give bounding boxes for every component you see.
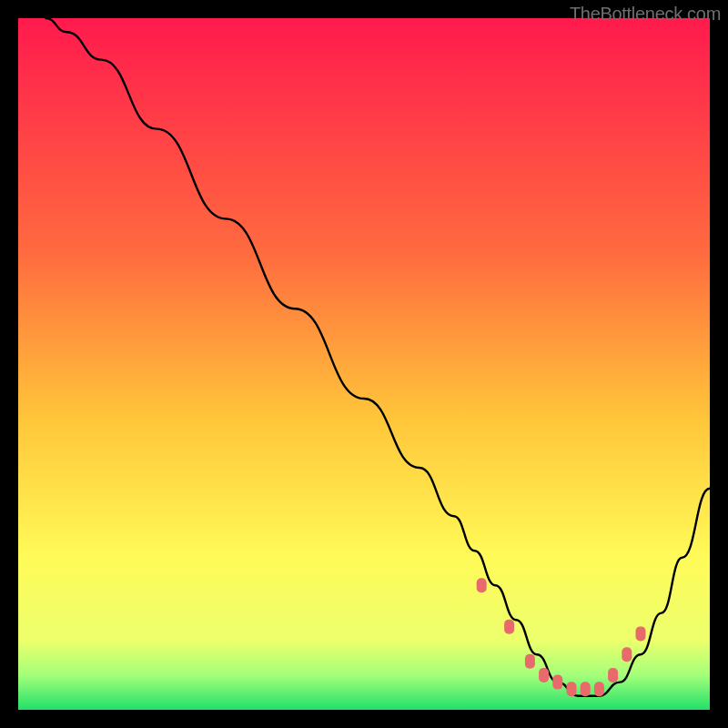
- chart-plot-area: [18, 18, 710, 710]
- chart-svg: [18, 18, 710, 710]
- marker-point: [622, 647, 632, 662]
- marker-point: [608, 668, 618, 682]
- marker-point: [477, 578, 487, 592]
- marker-point: [581, 682, 591, 696]
- marker-point: [504, 620, 514, 634]
- watermark-text: TheBottleneck.com: [570, 4, 721, 25]
- chart-background-gradient: [18, 18, 710, 710]
- chart-frame: TheBottleneck.com: [0, 0, 728, 728]
- marker-point: [594, 682, 604, 696]
- marker-point: [567, 682, 577, 696]
- marker-point: [525, 654, 535, 669]
- marker-point: [539, 668, 549, 682]
- marker-point: [636, 626, 646, 641]
- marker-point: [552, 675, 562, 690]
